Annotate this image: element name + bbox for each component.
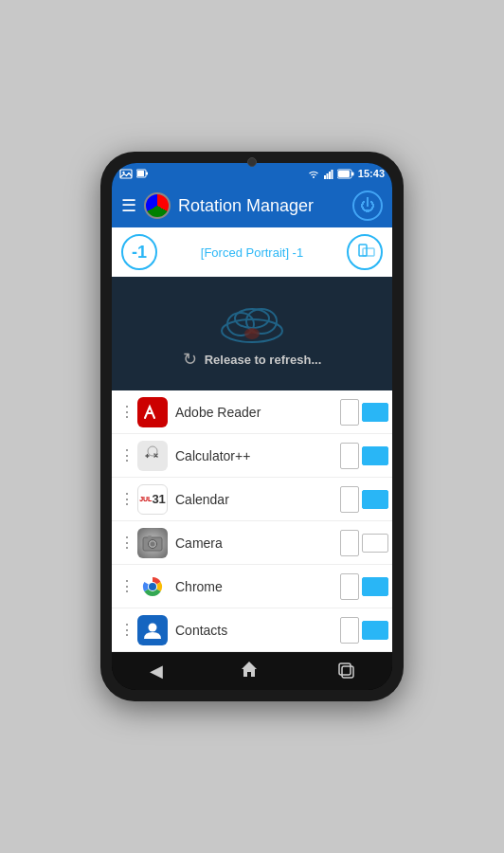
app-name-contacts: Contacts bbox=[175, 623, 340, 638]
rotation-toggle-button[interactable] bbox=[347, 234, 383, 270]
app-menu-dots[interactable]: ⋮ bbox=[116, 446, 137, 464]
svg-rect-3 bbox=[146, 172, 148, 174]
rotation-toggles-calc[interactable] bbox=[340, 443, 388, 469]
svg-rect-13 bbox=[363, 248, 374, 256]
svg-rect-7 bbox=[329, 172, 331, 179]
list-item[interactable]: ⋮ JUL 31 Calendar bbox=[112, 478, 392, 521]
chrome-app-icon bbox=[137, 572, 168, 602]
camera-app-icon bbox=[137, 528, 168, 558]
portrait-toggle[interactable] bbox=[340, 443, 359, 469]
status-bar-left bbox=[119, 169, 148, 179]
phone-screen: 15:43 ☰ Rotation Manager ⏻ -1 [Forced Po… bbox=[112, 163, 392, 690]
calc-logo bbox=[141, 445, 164, 467]
landscape-toggle[interactable] bbox=[362, 534, 388, 553]
list-item[interactable]: ⋮ Chrome bbox=[112, 565, 392, 608]
app-menu-dots[interactable]: ⋮ bbox=[116, 577, 137, 595]
svg-rect-23 bbox=[148, 535, 152, 538]
hamburger-icon[interactable]: ☰ bbox=[121, 195, 136, 216]
app-menu-dots[interactable]: ⋮ bbox=[116, 621, 137, 639]
wifi-icon bbox=[307, 169, 320, 179]
svg-point-26 bbox=[149, 583, 156, 590]
rotation-toggles-chrome[interactable] bbox=[340, 573, 388, 600]
title-bar: ☰ Rotation Manager ⏻ bbox=[112, 184, 392, 227]
rotation-label: [Forced Portrait] -1 bbox=[157, 245, 347, 260]
recent-apps-button[interactable] bbox=[324, 656, 366, 687]
image-icon bbox=[119, 169, 133, 179]
portrait-toggle[interactable] bbox=[340, 617, 359, 644]
app-menu-dots[interactable]: ⋮ bbox=[116, 534, 137, 552]
app-list: ⋮ Adobe Reader ⋮ bbox=[112, 390, 392, 652]
camera-bump bbox=[247, 157, 257, 167]
refresh-text: Release to refresh... bbox=[205, 353, 322, 367]
home-icon bbox=[240, 660, 259, 679]
back-button[interactable]: ◀ bbox=[138, 657, 174, 685]
calculator-icon bbox=[137, 441, 168, 471]
adobe-reader-icon bbox=[137, 397, 168, 427]
power-icon: ⏻ bbox=[360, 197, 375, 214]
app-logo bbox=[144, 192, 171, 219]
app-name-chrome: Chrome bbox=[175, 579, 340, 594]
portrait-toggle[interactable] bbox=[340, 573, 359, 600]
svg-rect-5 bbox=[324, 175, 326, 179]
app-name-calendar: Calendar bbox=[175, 492, 340, 507]
rotation-toggles-contacts[interactable] bbox=[340, 617, 388, 644]
rotation-bar: -1 [Forced Portrait] -1 bbox=[112, 227, 392, 277]
svg-rect-6 bbox=[326, 173, 328, 179]
list-item[interactable]: ⋮ Contacts bbox=[112, 608, 392, 652]
svg-point-1 bbox=[122, 171, 124, 172]
app-name-calc: Calculator++ bbox=[175, 448, 340, 463]
rotation-toggles-camera[interactable] bbox=[340, 530, 388, 556]
app-name-camera: Camera bbox=[175, 535, 340, 551]
svg-rect-10 bbox=[351, 172, 354, 175]
rotation-number[interactable]: -1 bbox=[121, 234, 157, 270]
home-button[interactable] bbox=[228, 656, 270, 687]
landscape-toggle[interactable] bbox=[362, 446, 388, 465]
svg-rect-11 bbox=[338, 171, 350, 177]
power-button[interactable]: ⏻ bbox=[352, 191, 383, 221]
calendar-app-icon: JUL 31 bbox=[137, 484, 168, 515]
app-menu-dots[interactable]: ⋮ bbox=[116, 403, 137, 421]
list-item[interactable]: ⋮ Adobe Reader bbox=[112, 390, 392, 434]
phone-frame: 15:43 ☰ Rotation Manager ⏻ -1 [Forced Po… bbox=[100, 152, 404, 701]
camera-logo bbox=[140, 531, 165, 555]
svg-rect-8 bbox=[331, 170, 333, 179]
battery-icon bbox=[337, 169, 354, 179]
rotation-toggles-calendar[interactable] bbox=[340, 486, 388, 513]
signal-icon bbox=[324, 169, 333, 179]
list-item[interactable]: ⋮ Camera bbox=[112, 521, 392, 565]
cloud-graphic bbox=[214, 298, 290, 345]
refresh-icon: ↻ bbox=[183, 349, 197, 370]
app-menu-dots[interactable]: ⋮ bbox=[116, 490, 137, 508]
svg-point-19 bbox=[148, 446, 157, 456]
nav-bar: ◀ bbox=[112, 652, 392, 690]
portrait-toggle[interactable] bbox=[340, 530, 359, 556]
status-icons: 15:43 bbox=[307, 168, 385, 179]
portrait-toggle[interactable] bbox=[340, 486, 359, 513]
landscape-toggle[interactable] bbox=[362, 621, 388, 640]
landscape-toggle[interactable] bbox=[362, 577, 388, 596]
app-title: Rotation Manager bbox=[178, 196, 352, 216]
adobe-logo bbox=[142, 402, 163, 423]
battery-small-icon bbox=[136, 169, 148, 179]
portrait-toggle[interactable] bbox=[340, 399, 359, 426]
svg-point-27 bbox=[149, 623, 157, 631]
svg-point-22 bbox=[151, 541, 155, 546]
contacts-app-icon bbox=[137, 615, 168, 645]
contacts-logo bbox=[140, 618, 165, 643]
recent-apps-icon bbox=[335, 660, 354, 679]
svg-rect-29 bbox=[342, 666, 353, 678]
rotate-screen-icon bbox=[354, 242, 375, 263]
status-time: 15:43 bbox=[358, 168, 385, 179]
rotation-toggles-adobe[interactable] bbox=[340, 399, 388, 426]
app-name-adobe: Adobe Reader bbox=[175, 405, 340, 420]
svg-rect-28 bbox=[339, 663, 351, 675]
landscape-toggle[interactable] bbox=[362, 490, 388, 509]
landscape-toggle[interactable] bbox=[362, 403, 388, 422]
list-item[interactable]: ⋮ Calculator++ bbox=[112, 434, 392, 478]
refresh-row: ↻ Release to refresh... bbox=[183, 349, 322, 370]
svg-rect-4 bbox=[137, 171, 144, 176]
cloud-refresh-area: ↻ Release to refresh... bbox=[112, 277, 392, 390]
chrome-logo bbox=[140, 574, 165, 599]
